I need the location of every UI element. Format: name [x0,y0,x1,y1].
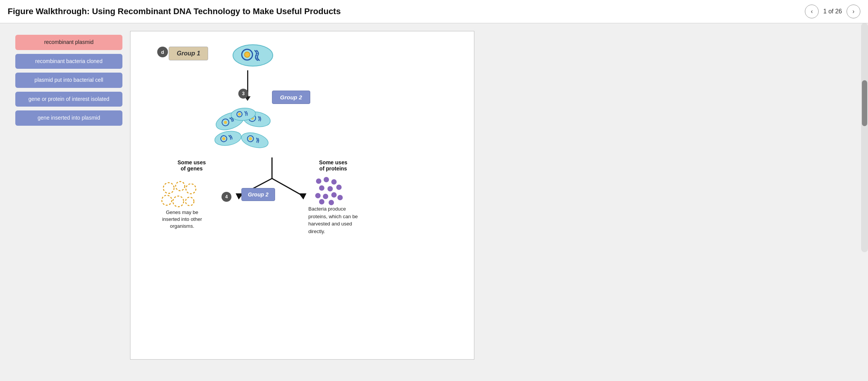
step-d-badge: d [157,47,168,57]
svg-point-48 [336,185,342,190]
svg-line-23 [230,137,232,138]
svg-point-54 [337,195,343,200]
sidebar-item-gene-or-protein-of-interest-isolated[interactable]: gene or protein of interest isolated [15,92,122,107]
bacteria-cluster-icon [207,106,283,156]
bacteria-caption: Bacteria produce proteins, which can be … [308,205,366,235]
svg-point-40 [176,182,185,191]
svg-point-24 [240,130,270,150]
sidebar: recombinant plasmid recombinant bacteria… [15,31,122,360]
svg-line-22 [229,136,230,136]
diagram-area: d Group 1 [130,31,474,360]
next-button[interactable]: › [847,5,860,18]
page-title: Figure Walkthrough: Using Recombinant DN… [8,6,341,16]
page-indicator: 1 of 26 [823,8,842,15]
scrollbar-track[interactable] [861,23,868,252]
bacterium-top-icon [230,42,276,69]
dna-circles-icon [161,180,199,211]
sidebar-item-gene-inserted-into-plasmid[interactable]: gene inserted into plasmid [15,110,122,126]
svg-point-41 [186,184,196,194]
sidebar-item-plasmid-put-into-bacterial-cell[interactable]: plasmid put into bacterial cell [15,73,122,88]
step-3-badge: 3 [238,89,248,99]
svg-point-49 [319,185,324,191]
sidebar-item-recombinant-bacteria-cloned[interactable]: recombinant bacteria cloned [15,54,122,69]
right-panel [482,31,853,360]
svg-line-17 [258,117,260,118]
svg-point-56 [329,200,334,205]
svg-point-52 [323,194,328,199]
svg-point-51 [315,193,321,198]
svg-point-55 [319,199,324,204]
svg-point-50 [327,186,333,191]
header: Figure Walkthrough: Using Recombinant DN… [0,0,868,23]
genes-caption: Genes may be inserted into other organis… [159,209,205,230]
sidebar-item-recombinant-plasmid[interactable]: recombinant plasmid [15,35,122,50]
dots-cluster-icon [314,177,345,207]
svg-point-2 [244,52,250,57]
svg-point-47 [331,179,337,185]
svg-point-46 [324,177,329,182]
uses-genes-label: Some uses of genes [173,159,211,172]
step-4-badge: 4 [221,192,231,202]
svg-point-44 [186,197,194,206]
svg-point-42 [162,195,172,205]
group2-box-bottom: Group 2 [241,188,275,201]
prev-button[interactable]: ‹ [805,5,819,18]
svg-point-45 [316,178,321,184]
svg-point-53 [331,192,337,198]
svg-point-19 [213,129,242,148]
svg-point-43 [173,196,184,207]
svg-line-36 [272,178,303,196]
uses-proteins-label: Some uses of proteins [310,159,356,172]
svg-line-18 [259,119,261,119]
main-content: recombinant plasmid recombinant bacteria… [0,23,868,367]
group1-box: Group 1 [169,47,208,60]
svg-marker-38 [299,193,306,199]
navigation: ‹ 1 of 26 › [805,5,860,18]
svg-point-39 [163,183,174,193]
scrollbar-thumb[interactable] [862,80,867,126]
diagram-inner: d Group 1 [138,39,462,253]
group2-box-right: Group 2 [272,91,310,104]
